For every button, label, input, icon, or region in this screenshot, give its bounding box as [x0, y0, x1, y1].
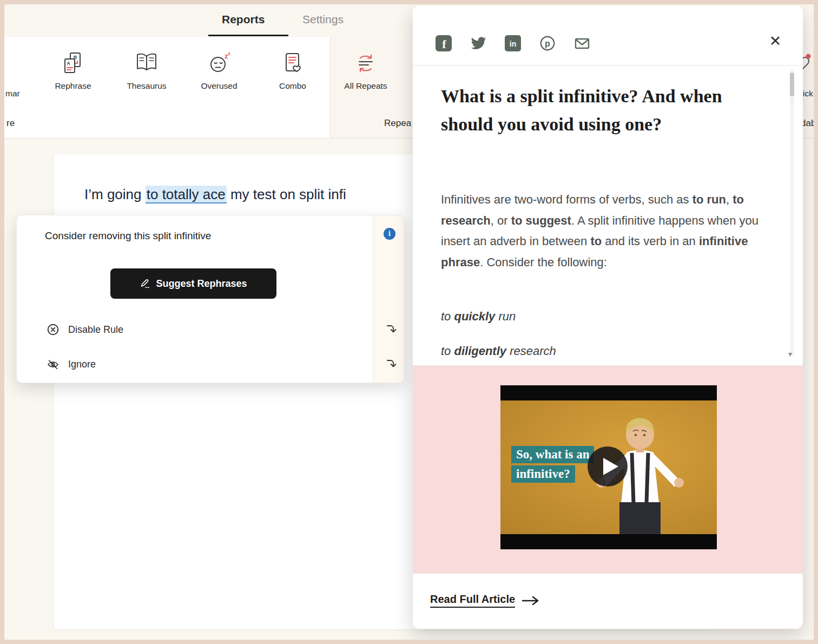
- split-infinitive-highlight[interactable]: to totally ace: [146, 186, 227, 203]
- svg-text:f: f: [443, 38, 447, 51]
- article-title: What is a split infinitive? And when sho…: [441, 82, 737, 138]
- video-thumbnail[interactable]: So, what is an infinitive?: [500, 385, 717, 549]
- panel-header-divider: [413, 65, 803, 65]
- article-example-1: to quickly run: [441, 310, 516, 324]
- info-icon[interactable]: i: [384, 228, 395, 240]
- toolbar-item-thesaurus[interactable]: Thesaurus: [114, 49, 179, 91]
- info-glyph: i: [388, 229, 391, 238]
- video-caption-line1: So, what is an: [511, 446, 594, 463]
- tab-reports-label: Reports: [222, 13, 265, 25]
- apply-disable-arrow-icon[interactable]: [385, 323, 397, 335]
- toolbar-item-overused[interactable]: z z Overused: [187, 49, 252, 91]
- toolbar-item-grammar-partial[interactable]: [4, 49, 23, 78]
- combo-icon: [260, 49, 325, 78]
- toolbar-group-label-repeats: Repea: [384, 118, 411, 129]
- video-section: So, what is an infinitive?: [413, 366, 803, 574]
- article-paragraph: Infinitives are two-word forms of verbs,…: [441, 189, 760, 273]
- read-full-article-label: Read Full Article: [430, 593, 515, 608]
- overused-icon: z z: [187, 49, 252, 78]
- app-window: Reports Settings mar B: [4, 4, 814, 640]
- twitter-icon[interactable]: [470, 35, 486, 51]
- apply-ignore-arrow-icon[interactable]: [385, 358, 397, 370]
- svg-text:A: A: [67, 61, 70, 66]
- play-button-icon[interactable]: [586, 445, 629, 488]
- toolbar-item-rephrase[interactable]: B A Rephrase: [41, 49, 105, 91]
- video-caption-line2: infinitive?: [511, 465, 575, 483]
- suggest-rephrases-button[interactable]: Suggest Rephrases: [110, 268, 276, 299]
- toolbar-label-rephrase: Rephrase: [41, 81, 105, 91]
- toolbar-label-overused: Overused: [187, 81, 252, 91]
- sentence-after: my test on split infi: [227, 186, 346, 202]
- toolbar-label-combo: Combo: [260, 81, 325, 91]
- active-tab-underline: [208, 35, 288, 36]
- toolbar-item-all-repeats[interactable]: All Repeats: [333, 49, 398, 91]
- disable-rule-icon: [47, 323, 60, 336]
- toolbar-label-all-repeats: All Repeats: [333, 81, 398, 91]
- toolbar-item-combo[interactable]: Combo: [260, 49, 325, 91]
- tab-settings-label: Settings: [302, 13, 344, 25]
- screen-frame: Reports Settings mar B: [0, 0, 818, 644]
- toolbar-label-thesaurus: Thesaurus: [114, 81, 179, 91]
- ignore-action[interactable]: Ignore: [68, 359, 96, 370]
- disable-rule-action[interactable]: Disable Rule: [68, 324, 123, 336]
- article-panel: f in p: [413, 5, 803, 629]
- social-share-row: f in p: [436, 35, 590, 51]
- read-full-article-link[interactable]: Read Full Article: [430, 593, 540, 608]
- video-caption: So, what is an infinitive?: [511, 446, 594, 483]
- suggestion-popup: Consider removing this split infinitive …: [16, 215, 405, 383]
- pen-sparkle-icon: [140, 278, 150, 289]
- facebook-icon[interactable]: f: [436, 35, 452, 51]
- scroll-down-icon[interactable]: ▾: [788, 350, 792, 358]
- arrow-right-icon: [522, 595, 540, 606]
- article-example-2: to diligently research: [441, 344, 556, 358]
- svg-text:p: p: [545, 39, 550, 48]
- tab-reports[interactable]: Reports: [222, 13, 265, 26]
- all-repeats-icon: [333, 49, 398, 78]
- linkedin-icon[interactable]: in: [505, 35, 521, 51]
- svg-text:in: in: [510, 40, 516, 48]
- grammar-icon: [4, 49, 23, 78]
- close-icon[interactable]: ✕: [766, 31, 785, 51]
- toolbar-group-label-left: re: [6, 118, 15, 129]
- document-sentence: I’m going to totally ace my test on spli…: [84, 186, 346, 203]
- close-glyph: ✕: [769, 33, 782, 49]
- svg-text:z: z: [228, 51, 230, 56]
- ignore-eye-off-icon: [47, 358, 60, 371]
- thesaurus-icon: [114, 49, 179, 78]
- toolbar-label-right-partial[interactable]: ick: [803, 89, 813, 98]
- panel-scrollbar-thumb[interactable]: [790, 73, 794, 96]
- email-icon[interactable]: [574, 35, 590, 51]
- tab-settings[interactable]: Settings: [302, 13, 344, 26]
- toolbar-label-grammar-partial[interactable]: mar: [5, 89, 20, 98]
- panel-scrollbar-track[interactable]: [790, 69, 794, 356]
- suggest-rephrases-label: Suggest Rephrases: [156, 278, 247, 290]
- pinterest-icon[interactable]: p: [539, 35, 556, 51]
- popup-title: Consider removing this split infinitive: [45, 230, 211, 242]
- sentence-before: I’m going: [84, 186, 146, 202]
- rephrase-icon: B A: [41, 49, 105, 78]
